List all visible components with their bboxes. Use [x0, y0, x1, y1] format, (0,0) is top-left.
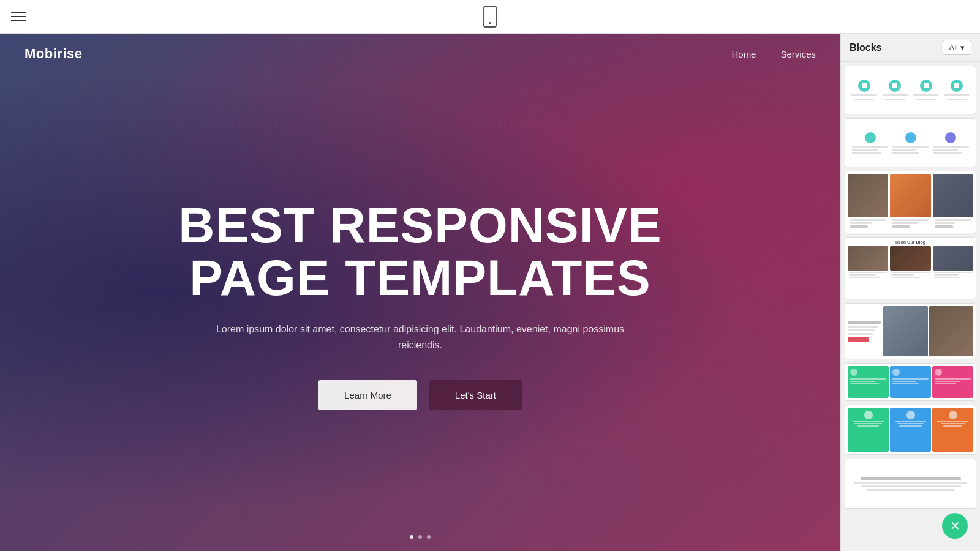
- mobile-device-icon[interactable]: [483, 6, 497, 28]
- block-thumb-3[interactable]: [845, 171, 976, 233]
- block-thumb-2[interactable]: [845, 118, 976, 167]
- bt2-item-3: [930, 132, 971, 154]
- bt4-header: Read Our Blog: [848, 240, 973, 244]
- bt8-title-bar: [861, 477, 961, 480]
- hamburger-line-3: [11, 20, 26, 21]
- hero-title-line1: BEST RESPONSIVE: [178, 197, 662, 253]
- bt3-img-1: [848, 174, 888, 217]
- bt4-img-1: [848, 246, 888, 271]
- bt3-card-2: [890, 174, 930, 230]
- bt5-right: [883, 306, 973, 356]
- bt1-icon-3: [920, 80, 932, 92]
- hero-content: BEST RESPONSIVE PAGE TEMPLATES Lorem ips…: [0, 74, 840, 535]
- hero-section: Mobirise Home Services BEST RESPONSIVE P…: [0, 34, 840, 551]
- bt2-item-2: [891, 132, 931, 154]
- bt1-icon-1: [858, 80, 870, 92]
- bt6-icon-3: [935, 369, 942, 376]
- device-preview-controls: [483, 6, 497, 28]
- bt3-img-3: [933, 174, 973, 217]
- panel-filter-button[interactable]: All ▾: [943, 40, 971, 55]
- bt1-icon-2: [889, 80, 901, 92]
- bt6-card-1: [848, 366, 889, 398]
- filter-label: All: [949, 43, 958, 52]
- carousel-dot-2[interactable]: [418, 535, 422, 539]
- learn-more-button[interactable]: Learn More: [318, 380, 417, 410]
- hamburger-menu[interactable]: [11, 12, 26, 21]
- bt1-line-6: [916, 99, 935, 100]
- bt6-card-2: [890, 366, 931, 398]
- bt2-circle-3: [945, 132, 956, 143]
- bt1-line-1: [851, 94, 877, 96]
- bt2-circle-1: [865, 132, 876, 143]
- close-panel-button[interactable]: ✕: [942, 513, 968, 539]
- bt4-card-3: [933, 246, 973, 279]
- carousel-dot-1[interactable]: [410, 535, 413, 539]
- bt1-line-4: [885, 99, 905, 100]
- nav-links: Home Services: [731, 49, 816, 59]
- filter-arrow-icon: ▾: [960, 43, 965, 52]
- close-icon: ✕: [950, 519, 960, 533]
- bt6-icon-1: [850, 369, 858, 376]
- bt3-card-3: [933, 174, 973, 230]
- bt1-line-2: [854, 99, 874, 100]
- bt5-img-2: [929, 306, 974, 356]
- hero-nav: Mobirise Home Services: [0, 34, 840, 74]
- bt3-img-2: [890, 174, 930, 217]
- bt1-item-2: [881, 80, 909, 100]
- bt6-icon-2: [892, 369, 900, 376]
- hamburger-line-2: [11, 16, 26, 17]
- blocks-list: Read Our Blog: [841, 62, 980, 551]
- block-thumb-3-content: [845, 171, 976, 233]
- bt4-card-1: [848, 246, 888, 279]
- bt1-line-7: [944, 94, 970, 96]
- device-home-button: [489, 22, 491, 24]
- top-bar: [0, 0, 980, 34]
- carousel-dot-3[interactable]: [427, 535, 431, 539]
- bt5-left: [848, 306, 881, 356]
- block-thumb-6-content: [845, 364, 976, 400]
- block-thumb-8[interactable]: [845, 459, 976, 509]
- right-panel: Blocks All ▾: [840, 34, 980, 551]
- bt8-inner: [848, 462, 973, 506]
- bt1-item-3: [912, 80, 940, 100]
- bt1-item-1: [850, 80, 878, 100]
- panel-title: Blocks: [850, 42, 881, 53]
- block-thumb-4[interactable]: Read Our Blog: [845, 237, 976, 299]
- bt1-line-3: [883, 94, 908, 96]
- block-thumb-6[interactable]: [845, 363, 976, 401]
- bt1-line-8: [947, 99, 967, 100]
- block-thumb-2-content: [845, 119, 976, 167]
- bt5-title-line: [848, 321, 881, 324]
- bt5-img-1: [883, 306, 928, 356]
- bt7-icon-2: [907, 411, 915, 419]
- bt4-card-2: [890, 246, 930, 279]
- main-layout: Mobirise Home Services BEST RESPONSIVE P…: [0, 34, 980, 551]
- bt1-icon-4: [951, 80, 963, 92]
- hero-carousel-dots: [0, 535, 840, 551]
- hero-buttons: Learn More Let's Start: [318, 380, 522, 410]
- bt6-card-3: [932, 366, 973, 398]
- bt7-card-2: [890, 408, 931, 452]
- block-thumb-4-content: Read Our Blog: [845, 238, 976, 299]
- block-thumb-5-content: [845, 304, 976, 359]
- bt3-card-1: [848, 174, 888, 230]
- nav-link-home[interactable]: Home: [731, 49, 756, 59]
- bt7-card-3: [932, 408, 973, 452]
- bt2-circle-2: [905, 132, 916, 143]
- block-thumb-5[interactable]: [845, 303, 976, 359]
- lets-start-button[interactable]: Let's Start: [429, 380, 522, 410]
- hamburger-line-1: [11, 12, 26, 13]
- bt5-badge: [848, 337, 869, 342]
- block-thumb-7-content: [845, 405, 976, 454]
- hero-title: BEST RESPONSIVE PAGE TEMPLATES: [178, 199, 662, 304]
- bt4-img-3: [933, 246, 973, 271]
- bt4-img-2: [890, 246, 930, 271]
- nav-link-services[interactable]: Services: [780, 49, 816, 59]
- block-thumb-1[interactable]: [845, 66, 976, 114]
- bt7-icon-1: [864, 411, 873, 419]
- bt2-item-1: [850, 132, 891, 154]
- site-logo: Mobirise: [24, 46, 82, 62]
- hero-title-line2: PAGE TEMPLATES: [189, 250, 651, 305]
- block-thumb-8-content: [845, 459, 976, 508]
- block-thumb-7[interactable]: [845, 405, 976, 455]
